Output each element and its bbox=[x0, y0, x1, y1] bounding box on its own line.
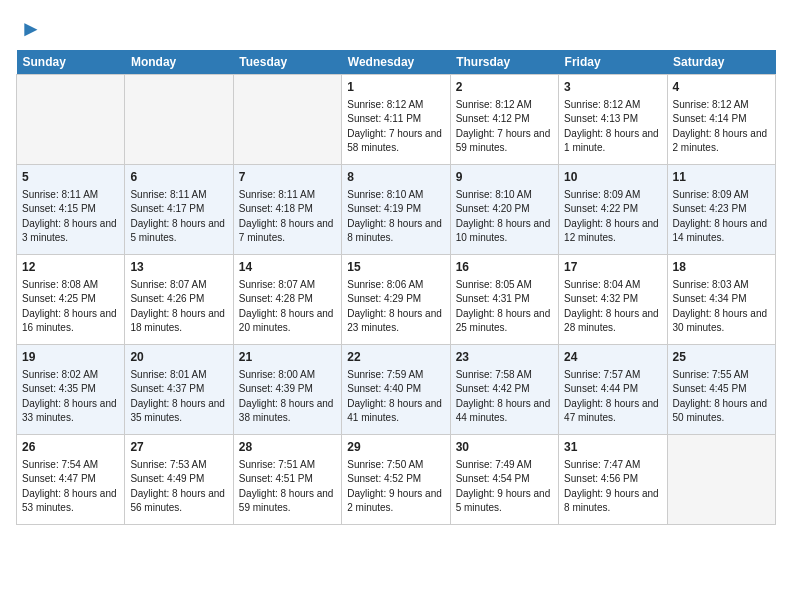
day-info: Sunrise: 7:54 AM Sunset: 4:47 PM Dayligh… bbox=[22, 458, 119, 516]
calendar-week-row: 19Sunrise: 8:02 AM Sunset: 4:35 PM Dayli… bbox=[17, 345, 776, 435]
weekday-header-saturday: Saturday bbox=[667, 50, 775, 75]
calendar-cell bbox=[233, 75, 341, 165]
day-info: Sunrise: 7:50 AM Sunset: 4:52 PM Dayligh… bbox=[347, 458, 444, 516]
day-number: 18 bbox=[673, 259, 770, 276]
weekday-header-row: SundayMondayTuesdayWednesdayThursdayFrid… bbox=[17, 50, 776, 75]
day-info: Sunrise: 7:58 AM Sunset: 4:42 PM Dayligh… bbox=[456, 368, 553, 426]
calendar-cell: 18Sunrise: 8:03 AM Sunset: 4:34 PM Dayli… bbox=[667, 255, 775, 345]
day-number: 15 bbox=[347, 259, 444, 276]
weekday-header-friday: Friday bbox=[559, 50, 667, 75]
calendar-cell bbox=[667, 435, 775, 525]
weekday-header-thursday: Thursday bbox=[450, 50, 558, 75]
day-info: Sunrise: 8:02 AM Sunset: 4:35 PM Dayligh… bbox=[22, 368, 119, 426]
calendar-cell: 7Sunrise: 8:11 AM Sunset: 4:18 PM Daylig… bbox=[233, 165, 341, 255]
day-info: Sunrise: 7:51 AM Sunset: 4:51 PM Dayligh… bbox=[239, 458, 336, 516]
day-number: 20 bbox=[130, 349, 227, 366]
calendar-cell: 16Sunrise: 8:05 AM Sunset: 4:31 PM Dayli… bbox=[450, 255, 558, 345]
day-info: Sunrise: 8:03 AM Sunset: 4:34 PM Dayligh… bbox=[673, 278, 770, 336]
calendar-table: SundayMondayTuesdayWednesdayThursdayFrid… bbox=[16, 50, 776, 525]
calendar-cell: 20Sunrise: 8:01 AM Sunset: 4:37 PM Dayli… bbox=[125, 345, 233, 435]
calendar-cell: 27Sunrise: 7:53 AM Sunset: 4:49 PM Dayli… bbox=[125, 435, 233, 525]
day-info: Sunrise: 8:04 AM Sunset: 4:32 PM Dayligh… bbox=[564, 278, 661, 336]
calendar-cell: 4Sunrise: 8:12 AM Sunset: 4:14 PM Daylig… bbox=[667, 75, 775, 165]
weekday-header-wednesday: Wednesday bbox=[342, 50, 450, 75]
calendar-cell: 21Sunrise: 8:00 AM Sunset: 4:39 PM Dayli… bbox=[233, 345, 341, 435]
calendar-cell: 12Sunrise: 8:08 AM Sunset: 4:25 PM Dayli… bbox=[17, 255, 125, 345]
day-number: 16 bbox=[456, 259, 553, 276]
day-info: Sunrise: 7:53 AM Sunset: 4:49 PM Dayligh… bbox=[130, 458, 227, 516]
calendar-week-row: 5Sunrise: 8:11 AM Sunset: 4:15 PM Daylig… bbox=[17, 165, 776, 255]
day-info: Sunrise: 8:12 AM Sunset: 4:12 PM Dayligh… bbox=[456, 98, 553, 156]
day-number: 23 bbox=[456, 349, 553, 366]
day-info: Sunrise: 7:55 AM Sunset: 4:45 PM Dayligh… bbox=[673, 368, 770, 426]
day-info: Sunrise: 8:12 AM Sunset: 4:14 PM Dayligh… bbox=[673, 98, 770, 156]
day-info: Sunrise: 8:06 AM Sunset: 4:29 PM Dayligh… bbox=[347, 278, 444, 336]
day-info: Sunrise: 7:47 AM Sunset: 4:56 PM Dayligh… bbox=[564, 458, 661, 516]
calendar-week-row: 26Sunrise: 7:54 AM Sunset: 4:47 PM Dayli… bbox=[17, 435, 776, 525]
calendar-cell: 15Sunrise: 8:06 AM Sunset: 4:29 PM Dayli… bbox=[342, 255, 450, 345]
day-info: Sunrise: 8:11 AM Sunset: 4:15 PM Dayligh… bbox=[22, 188, 119, 246]
calendar-cell: 30Sunrise: 7:49 AM Sunset: 4:54 PM Dayli… bbox=[450, 435, 558, 525]
calendar-cell: 14Sunrise: 8:07 AM Sunset: 4:28 PM Dayli… bbox=[233, 255, 341, 345]
day-number: 25 bbox=[673, 349, 770, 366]
calendar-cell: 23Sunrise: 7:58 AM Sunset: 4:42 PM Dayli… bbox=[450, 345, 558, 435]
day-info: Sunrise: 8:11 AM Sunset: 4:18 PM Dayligh… bbox=[239, 188, 336, 246]
calendar-cell: 25Sunrise: 7:55 AM Sunset: 4:45 PM Dayli… bbox=[667, 345, 775, 435]
day-number: 19 bbox=[22, 349, 119, 366]
day-number: 27 bbox=[130, 439, 227, 456]
calendar-cell: 17Sunrise: 8:04 AM Sunset: 4:32 PM Dayli… bbox=[559, 255, 667, 345]
day-info: Sunrise: 8:01 AM Sunset: 4:37 PM Dayligh… bbox=[130, 368, 227, 426]
day-number: 14 bbox=[239, 259, 336, 276]
calendar-cell: 5Sunrise: 8:11 AM Sunset: 4:15 PM Daylig… bbox=[17, 165, 125, 255]
calendar-cell bbox=[17, 75, 125, 165]
day-number: 11 bbox=[673, 169, 770, 186]
calendar-cell: 13Sunrise: 8:07 AM Sunset: 4:26 PM Dayli… bbox=[125, 255, 233, 345]
day-number: 24 bbox=[564, 349, 661, 366]
day-info: Sunrise: 8:08 AM Sunset: 4:25 PM Dayligh… bbox=[22, 278, 119, 336]
day-number: 26 bbox=[22, 439, 119, 456]
day-info: Sunrise: 8:09 AM Sunset: 4:22 PM Dayligh… bbox=[564, 188, 661, 246]
day-number: 2 bbox=[456, 79, 553, 96]
calendar-cell: 6Sunrise: 8:11 AM Sunset: 4:17 PM Daylig… bbox=[125, 165, 233, 255]
calendar-cell: 28Sunrise: 7:51 AM Sunset: 4:51 PM Dayli… bbox=[233, 435, 341, 525]
day-info: Sunrise: 7:57 AM Sunset: 4:44 PM Dayligh… bbox=[564, 368, 661, 426]
day-info: Sunrise: 7:49 AM Sunset: 4:54 PM Dayligh… bbox=[456, 458, 553, 516]
day-number: 17 bbox=[564, 259, 661, 276]
day-info: Sunrise: 7:59 AM Sunset: 4:40 PM Dayligh… bbox=[347, 368, 444, 426]
weekday-header-monday: Monday bbox=[125, 50, 233, 75]
day-info: Sunrise: 8:11 AM Sunset: 4:17 PM Dayligh… bbox=[130, 188, 227, 246]
page-header: ► bbox=[16, 16, 776, 42]
calendar-cell: 22Sunrise: 7:59 AM Sunset: 4:40 PM Dayli… bbox=[342, 345, 450, 435]
calendar-cell: 11Sunrise: 8:09 AM Sunset: 4:23 PM Dayli… bbox=[667, 165, 775, 255]
day-number: 7 bbox=[239, 169, 336, 186]
calendar-cell bbox=[125, 75, 233, 165]
calendar-cell: 26Sunrise: 7:54 AM Sunset: 4:47 PM Dayli… bbox=[17, 435, 125, 525]
day-number: 13 bbox=[130, 259, 227, 276]
day-info: Sunrise: 8:10 AM Sunset: 4:19 PM Dayligh… bbox=[347, 188, 444, 246]
day-number: 21 bbox=[239, 349, 336, 366]
weekday-header-sunday: Sunday bbox=[17, 50, 125, 75]
calendar-cell: 3Sunrise: 8:12 AM Sunset: 4:13 PM Daylig… bbox=[559, 75, 667, 165]
calendar-cell: 2Sunrise: 8:12 AM Sunset: 4:12 PM Daylig… bbox=[450, 75, 558, 165]
calendar-cell: 1Sunrise: 8:12 AM Sunset: 4:11 PM Daylig… bbox=[342, 75, 450, 165]
day-number: 9 bbox=[456, 169, 553, 186]
day-number: 5 bbox=[22, 169, 119, 186]
day-info: Sunrise: 8:07 AM Sunset: 4:28 PM Dayligh… bbox=[239, 278, 336, 336]
day-number: 28 bbox=[239, 439, 336, 456]
calendar-cell: 29Sunrise: 7:50 AM Sunset: 4:52 PM Dayli… bbox=[342, 435, 450, 525]
day-info: Sunrise: 8:12 AM Sunset: 4:13 PM Dayligh… bbox=[564, 98, 661, 156]
calendar-cell: 9Sunrise: 8:10 AM Sunset: 4:20 PM Daylig… bbox=[450, 165, 558, 255]
calendar-cell: 19Sunrise: 8:02 AM Sunset: 4:35 PM Dayli… bbox=[17, 345, 125, 435]
calendar-week-row: 12Sunrise: 8:08 AM Sunset: 4:25 PM Dayli… bbox=[17, 255, 776, 345]
day-number: 31 bbox=[564, 439, 661, 456]
calendar-cell: 8Sunrise: 8:10 AM Sunset: 4:19 PM Daylig… bbox=[342, 165, 450, 255]
day-number: 6 bbox=[130, 169, 227, 186]
day-number: 8 bbox=[347, 169, 444, 186]
logo: ► bbox=[16, 16, 42, 42]
day-number: 4 bbox=[673, 79, 770, 96]
day-number: 30 bbox=[456, 439, 553, 456]
calendar-cell: 31Sunrise: 7:47 AM Sunset: 4:56 PM Dayli… bbox=[559, 435, 667, 525]
day-number: 3 bbox=[564, 79, 661, 96]
day-number: 10 bbox=[564, 169, 661, 186]
logo-bird-icon: ► bbox=[20, 16, 42, 42]
